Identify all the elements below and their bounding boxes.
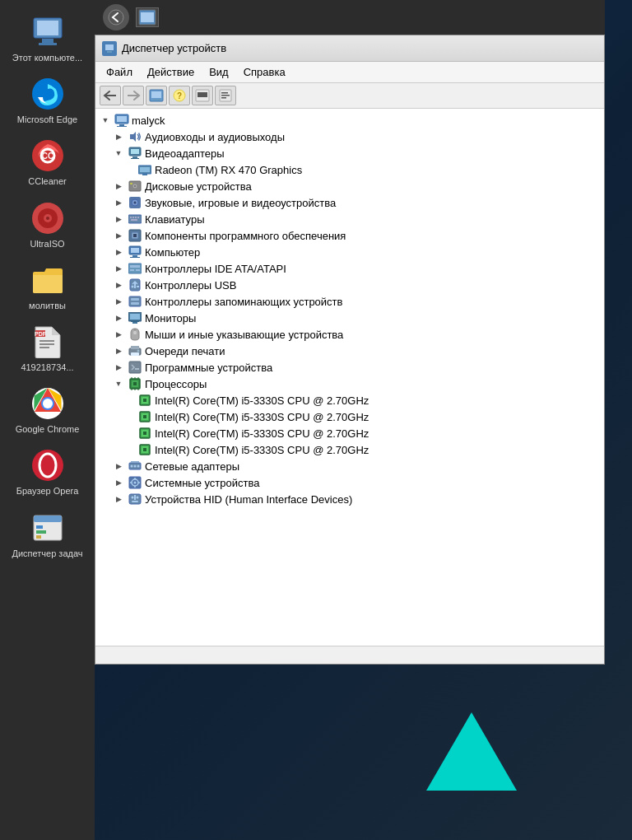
svg-point-64 <box>134 202 137 204</box>
tree-item-storage[interactable]: Контроллеры запоминающих устройств <box>95 293 604 310</box>
svg-point-97 <box>137 350 140 352</box>
expand-root[interactable] <box>99 114 112 127</box>
expand-storage[interactable] <box>112 295 125 308</box>
tree-item-processors[interactable]: Процессоры <box>95 376 604 392</box>
sidebar-item-taskmgr[interactable]: Диспетчер задач <box>0 504 95 566</box>
device-tree[interactable]: malyck Аудиовходы и аудиовыходы <box>95 109 604 646</box>
component-icon <box>128 229 142 242</box>
expand-mice[interactable] <box>112 328 125 341</box>
tree-item-radeon[interactable]: Radeon (TM) RX 470 Graphics <box>95 161 604 178</box>
tree-item-cpu4[interactable]: Intel(R) Core(TM) i5-3330S CPU @ 2.70GHz <box>95 441 604 458</box>
menu-view[interactable]: Вид <box>202 63 235 81</box>
tree-item-display[interactable]: Видеоадаптеры <box>95 145 604 161</box>
sidebar-item-ultraiso[interactable]: UltraISO <box>0 194 95 256</box>
expand-ide[interactable] <box>112 262 125 275</box>
menu-file[interactable]: Файл <box>100 63 139 81</box>
tree-item-software-dev[interactable]: Программные устройства <box>95 359 604 376</box>
expand-display[interactable] <box>112 147 125 160</box>
svg-point-134 <box>132 497 134 499</box>
nav-back-button[interactable] <box>103 4 129 30</box>
ultraiso-icon <box>30 201 65 236</box>
tree-item-components[interactable]: Компоненты программного обеспечения <box>95 227 604 244</box>
svg-rect-73 <box>133 234 137 237</box>
svg-rect-42 <box>198 96 207 97</box>
tree-item-sound[interactable]: Звуковые, игровые и видеоустройства <box>95 194 604 211</box>
tree-item-usb[interactable]: Контроллеры USB <box>95 277 604 293</box>
sidebar-item-chrome[interactable]: Google Chrome <box>0 380 95 441</box>
svg-rect-12 <box>40 340 54 342</box>
expand-network[interactable] <box>112 460 125 473</box>
expand-software[interactable] <box>112 361 125 374</box>
expand-keyboard[interactable] <box>112 212 125 226</box>
toolbar-help-btn[interactable]: ? <box>169 86 190 105</box>
window-titlebar: Диспетчер устройств <box>95 35 604 62</box>
svg-rect-52 <box>131 149 139 154</box>
window-title: Диспетчер устройств <box>122 42 597 54</box>
expand-computer[interactable] <box>112 245 125 259</box>
svg-rect-34 <box>151 91 161 98</box>
toolbar-back-btn[interactable] <box>100 86 121 105</box>
svg-text:CC: CC <box>41 152 53 161</box>
sidebar-item-this-computer[interactable]: Этот компьюте... <box>0 8 95 70</box>
expand-components[interactable] <box>112 229 125 242</box>
svg-rect-99 <box>135 368 139 370</box>
tree-item-keyboard[interactable]: Клавиатуры <box>95 211 604 227</box>
menu-action[interactable]: Действие <box>141 63 201 81</box>
toolbar-collapse-btn[interactable] <box>192 86 213 105</box>
svg-rect-89 <box>130 314 140 320</box>
svg-rect-90 <box>132 322 137 324</box>
expand-disk[interactable] <box>112 180 125 193</box>
tree-item-network[interactable]: Сетевые адаптеры <box>95 458 604 474</box>
svg-rect-79 <box>130 265 140 268</box>
sidebar-item-file[interactable]: PDF 419218734... <box>0 318 95 380</box>
svg-point-122 <box>131 465 133 468</box>
keyboard-label: Клавиатуры <box>145 213 205 226</box>
expand-system[interactable] <box>112 476 125 489</box>
tree-item-printers[interactable]: Очереди печати <box>95 343 604 359</box>
expand-usb[interactable] <box>112 278 125 292</box>
tree-item-audio[interactable]: Аудиовходы и аудиовыходы <box>95 128 604 145</box>
network-label: Сетевые адаптеры <box>145 460 239 473</box>
tree-item-ide[interactable]: Контроллеры IDE ATA/ATAPI <box>95 260 604 277</box>
radeon-label: Radeon (TM) RX 470 Graphics <box>155 164 302 176</box>
svg-point-27 <box>109 10 123 25</box>
device-manager-window: Диспетчер устройств Файл Действие Вид Сп… <box>95 35 605 665</box>
tree-root-malyck[interactable]: malyck <box>95 112 604 128</box>
expand-sound[interactable] <box>112 196 125 209</box>
expand-processors[interactable] <box>112 377 125 390</box>
toolbar-forward-btn[interactable] <box>123 86 144 105</box>
cpu3-label: Intel(R) Core(TM) i5-3330S CPU @ 2.70GHz <box>155 427 369 440</box>
sidebar-item-edge[interactable]: Microsoft Edge <box>0 70 95 132</box>
computer-icon-tree <box>128 245 142 259</box>
tree-item-cpu2[interactable]: Intel(R) Core(TM) i5-3330S CPU @ 2.70GHz <box>95 408 604 425</box>
svg-rect-117 <box>143 432 146 435</box>
sidebar-item-prayers[interactable]: молитвы <box>0 256 95 318</box>
computer-icon <box>30 15 65 49</box>
tree-item-monitors[interactable]: Мониторы <box>95 310 604 326</box>
svg-rect-50 <box>117 126 127 127</box>
tree-item-cpu1[interactable]: Intel(R) Core(TM) i5-3330S CPU @ 2.70GHz <box>95 392 604 408</box>
svg-rect-32 <box>107 51 112 53</box>
taskbar-label-opera: Браузер Opera <box>16 486 79 497</box>
expand-hid[interactable] <box>112 492 125 506</box>
toolbar-props-btn[interactable] <box>215 86 236 105</box>
storage-icon <box>128 295 142 308</box>
tree-item-mice[interactable]: Мыши и иные указывающие устройства <box>95 326 604 343</box>
radeon-icon <box>137 163 152 176</box>
expand-monitors[interactable] <box>112 311 125 324</box>
svg-rect-70 <box>131 219 137 221</box>
sidebar-item-ccleaner[interactable]: CC CCleaner <box>0 132 95 194</box>
sidebar-item-opera[interactable]: Браузер Opera <box>0 441 95 503</box>
toolbar-grid-btn[interactable] <box>146 86 167 105</box>
tree-item-computer[interactable]: Компьютер <box>95 244 604 260</box>
menu-help[interactable]: Справка <box>237 63 292 81</box>
svg-rect-13 <box>40 343 54 345</box>
expand-printers[interactable] <box>112 344 125 357</box>
tree-item-hid[interactable]: Устройства HID (Human Interface Devices) <box>95 491 604 507</box>
usb-icon <box>128 278 142 292</box>
expand-audio[interactable] <box>112 130 125 143</box>
tree-item-disk[interactable]: Дисковые устройства <box>95 178 604 194</box>
tree-item-cpu3[interactable]: Intel(R) Core(TM) i5-3330S CPU @ 2.70GHz <box>95 425 604 441</box>
svg-rect-26 <box>36 535 41 539</box>
tree-item-system-dev[interactable]: Системные устройства <box>95 474 604 491</box>
